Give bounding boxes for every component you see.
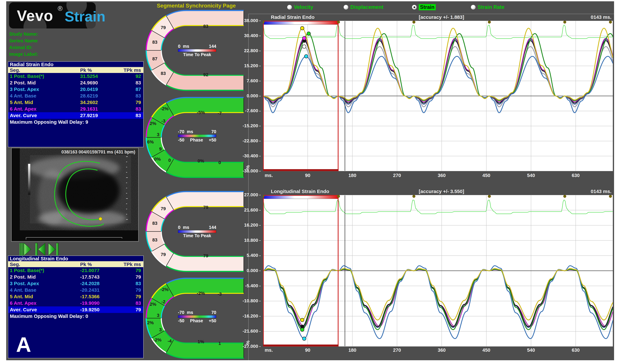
radio-icon[interactable] <box>471 5 476 10</box>
r-wave-marker <box>263 21 264 23</box>
x-axis-tick: 630 <box>572 348 579 353</box>
segment-row[interactable]: Aver. Curve-19.925079 <box>8 306 143 313</box>
x-axis-tick: 450 <box>482 348 490 353</box>
ring-segment <box>166 98 244 116</box>
segment-value: 79 <box>161 252 166 257</box>
radio-icon[interactable] <box>287 5 292 10</box>
x-axis-tick: 450 <box>482 173 490 178</box>
x-axis-tick: 90 <box>305 173 310 178</box>
phase-colorbar: -70 ms70 -50Phase+50 <box>178 310 216 324</box>
mode-displacement-radio[interactable]: Displacement <box>344 4 383 11</box>
segment-label: 5 Ant. Mid <box>8 293 80 300</box>
segment-row[interactable]: 4 Ant. Base-20.243179 <box>8 287 143 293</box>
segment-value: 83 <box>161 71 166 76</box>
strain-chart-plot[interactable] <box>263 21 613 171</box>
logo-product: Strain <box>64 8 105 25</box>
segment-row[interactable]: 3 Post. Apex20.041987 <box>8 86 143 93</box>
segment-label: 1 Post. Base(*) <box>8 73 80 79</box>
r-wave-marker <box>337 21 340 23</box>
segment-value: 2% <box>150 121 156 126</box>
next-frame-button[interactable] <box>48 243 58 256</box>
segment-row[interactable]: 2 Post. Mid24.969083 <box>8 79 143 86</box>
ring-segment <box>166 159 244 177</box>
segment-row[interactable]: 1 Post. Base(*)31.525492 <box>8 73 143 79</box>
segment-value: 1 <box>218 341 221 346</box>
segment-row[interactable]: 4 Ant. Base28.621983 <box>8 93 143 99</box>
segment-label: Aver. Curve <box>8 306 80 313</box>
segment-label: 3 Post. Apex <box>8 280 80 287</box>
segment-row[interactable]: Aver. Curve27.921983 <box>8 112 143 119</box>
y-axis-tick: 15.200 <box>237 63 261 68</box>
x-axis-unit: ms. <box>265 173 273 178</box>
segment-row[interactable]: 1 Post. Base(*)-21.007779 <box>8 267 143 274</box>
x-axis-tick: 360 <box>438 173 446 178</box>
radial-strain-table: Radial Strain Endo Seg. Pk % TPk ms 1 Po… <box>8 61 144 147</box>
segment-label: 1 Post. Base(*) <box>8 267 80 274</box>
pk-value: -19.9250 <box>80 306 123 313</box>
y-axis-tick: -30.400 <box>237 153 261 158</box>
mode-strain-radio[interactable]: Strain <box>412 4 436 11</box>
x-axis-tick: 270 <box>393 348 401 353</box>
play-button[interactable] <box>20 243 31 256</box>
endocardium-trace <box>174 26 244 29</box>
time-to-peak-colorbar: 0 ms144 Time To Peak <box>178 225 216 238</box>
header-seg: Seg. <box>8 67 80 73</box>
y-axis-tick: 30.400 <box>237 33 261 38</box>
pk-value: -19.9090 <box>80 300 123 306</box>
max-opposing-wall-delay: Maximum Opposing Wall Delay: 0 <box>8 313 143 320</box>
segment-row[interactable]: 3 Post. Apex-24.202883 <box>8 280 143 287</box>
mode-strain-rate-radio[interactable]: Strain Rate <box>471 4 504 11</box>
segment-value: 87 <box>152 56 157 61</box>
table-title: Radial Strain Endo <box>8 62 143 67</box>
r-wave-marker <box>263 195 264 198</box>
peak-marker <box>300 318 304 322</box>
x-axis-tick: 360 <box>438 348 446 353</box>
segment-value: 83 <box>152 221 157 226</box>
bmode-image <box>12 148 138 241</box>
segment-row[interactable]: 5 Ant. Mid-17.536679 <box>8 293 143 300</box>
depth-ruler-tick <box>126 177 128 178</box>
segment-value: 79 <box>203 253 208 258</box>
y-axis-tick: -5.400 <box>237 283 261 288</box>
strain-chart-plot[interactable] <box>263 195 613 347</box>
pk-value: -20.2431 <box>80 287 123 293</box>
vevo-strain-logo: Vevo ® Strain <box>9 2 96 28</box>
segment-value: -7 <box>218 111 222 116</box>
tpk-value: 79 <box>123 293 143 300</box>
segment-value: 6% <box>147 139 154 144</box>
segment-value: 0 <box>218 160 221 165</box>
radio-icon-selected[interactable] <box>412 5 417 10</box>
prev-frame-button[interactable] <box>35 243 45 256</box>
segment-value: 0% <box>198 158 204 163</box>
ring-segment <box>166 340 244 358</box>
radio-icon[interactable] <box>344 5 348 10</box>
accuracy-label: [accuracy +/- 3.550] <box>419 189 464 194</box>
y-axis-unit: % <box>245 341 251 345</box>
segment-value: -3 <box>161 118 165 124</box>
grayscale-bar <box>28 164 30 195</box>
mode-velocity-radio[interactable]: Velocity <box>287 4 313 11</box>
segment-label: 4 Ant. Base <box>8 287 80 293</box>
r-wave-marker <box>488 195 491 198</box>
r-wave-marker <box>609 21 612 23</box>
table-header: Seg. Pk % TPk ms <box>8 67 143 73</box>
segment-label: 5 Ant. Mid <box>8 99 80 106</box>
segment-value: -3 <box>218 292 222 297</box>
tpk-value: 79 <box>123 274 143 280</box>
segment-row[interactable]: 5 Ant. Mid34.260279 <box>8 99 143 106</box>
segment-value: 3 <box>157 313 159 318</box>
time-label: 0143 ms. <box>591 14 611 20</box>
peak-marker <box>307 32 310 35</box>
y-axis-tick: 21.600 <box>237 208 261 213</box>
table-header: Seg. Pk % TPk ms <box>8 261 143 267</box>
peak-marker <box>302 337 306 340</box>
segment-row[interactable]: 6 Ant. Apex-19.909083 <box>8 300 143 306</box>
tpk-value: 83 <box>123 300 143 306</box>
r-wave-marker <box>564 21 566 23</box>
segment-value: 3 <box>157 132 159 137</box>
segment-value: -4 <box>167 338 172 344</box>
peak-marker <box>304 54 308 58</box>
y-axis-tick: -7.600 <box>237 108 261 113</box>
segment-row[interactable]: 2 Post. Mid-17.574379 <box>8 274 143 280</box>
segment-row[interactable]: 6 Ant. Apex29.163183 <box>8 106 143 112</box>
